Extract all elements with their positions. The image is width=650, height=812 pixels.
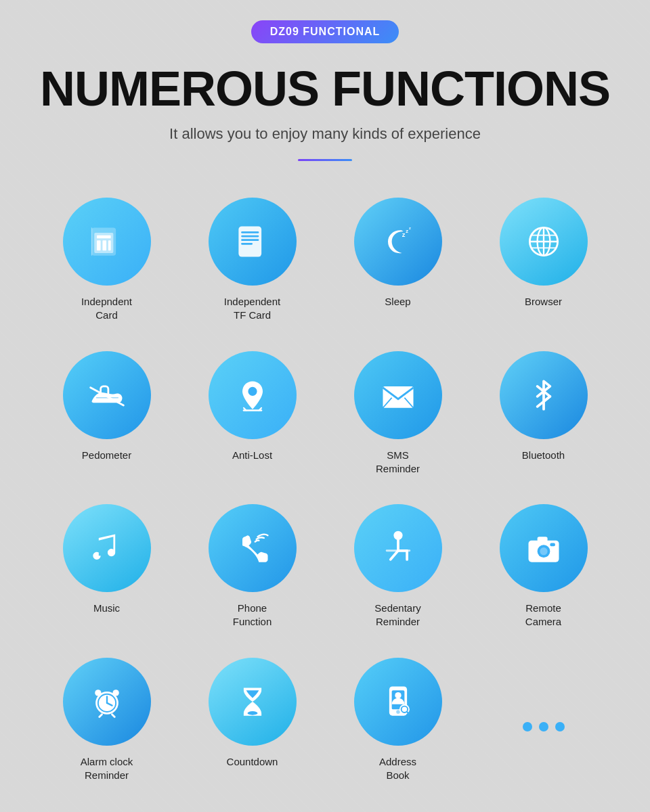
feature-music: Music (34, 492, 179, 646)
music-label: Music (93, 602, 120, 615)
svg-text:z: z (402, 231, 405, 238)
bluetooth-icon (500, 351, 588, 439)
svg-point-55 (396, 710, 400, 714)
feature-pedometer: Pedometer (34, 339, 179, 493)
anti-lost-label: Anti-Lost (232, 449, 272, 462)
feature-browser: Browser (471, 185, 616, 339)
svg-rect-9 (241, 235, 259, 238)
feature-alarm: Alarm clockReminder (34, 646, 179, 799)
anti-lost-icon (209, 351, 297, 439)
badge-text: DZ09 FUNCTIONAL (270, 26, 381, 37)
feature-tf-card: IndependentTF Card (179, 185, 325, 339)
sleep-icon: z z z (354, 198, 442, 286)
tf-card-icon (209, 198, 297, 286)
svg-rect-3 (97, 240, 101, 250)
music-svg (87, 528, 127, 568)
tf-card-svg (232, 221, 273, 262)
product-badge: DZ09 FUNCTIONAL (251, 20, 399, 43)
svg-point-23 (248, 387, 257, 396)
svg-point-40 (540, 547, 547, 555)
svg-rect-11 (241, 243, 253, 245)
countdown-icon (209, 658, 297, 746)
svg-point-54 (395, 692, 401, 698)
independent-card-label: IndepndentCard (81, 295, 132, 323)
pedometer-icon (63, 351, 151, 439)
camera-icon (500, 504, 588, 592)
svg-rect-4 (102, 240, 106, 250)
svg-point-47 (95, 690, 101, 696)
countdown-label: Countdown (227, 755, 278, 769)
feature-sleep: z z z Sleep (325, 185, 471, 339)
address-icon (354, 658, 442, 746)
phone-svg (232, 528, 273, 568)
bluetooth-svg (523, 375, 564, 415)
pedometer-svg (87, 375, 127, 415)
alarm-label: Alarm clockReminder (81, 755, 133, 783)
music-icon (63, 504, 151, 592)
more-dots (523, 722, 565, 731)
alarm-svg (87, 681, 127, 722)
sleep-svg: z z z (378, 221, 418, 262)
svg-line-50 (112, 714, 114, 717)
bluetooth-label: Bluetooth (522, 449, 565, 462)
sms-label: SMSReminder (376, 449, 420, 476)
sms-svg (378, 375, 418, 415)
svg-rect-2 (97, 235, 111, 239)
svg-rect-8 (241, 231, 259, 233)
feature-countdown: Countdown (179, 646, 325, 799)
svg-rect-41 (537, 537, 547, 542)
dot-1 (523, 722, 532, 731)
features-grid: IndepndentCard IndependentTF Card z z z (34, 185, 616, 798)
feature-anti-lost: Anti-Lost (179, 339, 325, 493)
svg-text:z: z (406, 228, 408, 234)
sedentary-svg (378, 528, 418, 568)
tf-card-label: IndependentTF Card (224, 295, 280, 323)
title-divider (298, 159, 352, 161)
anti-lost-svg (232, 375, 273, 415)
svg-rect-7 (238, 227, 261, 257)
svg-line-49 (99, 714, 102, 717)
camera-svg (523, 528, 564, 568)
sedentary-label: SedentaryReminder (374, 602, 420, 629)
countdown-svg (232, 681, 273, 722)
phone-icon (209, 504, 297, 592)
svg-rect-10 (241, 239, 259, 241)
svg-point-48 (112, 690, 118, 696)
browser-svg (523, 221, 564, 262)
svg-rect-5 (108, 240, 110, 250)
feature-address: AddressBook (325, 646, 471, 799)
browser-icon (500, 198, 588, 286)
svg-text:z: z (408, 226, 410, 230)
independent-card-icon (63, 198, 151, 286)
address-svg (378, 681, 418, 722)
sedentary-icon (354, 504, 442, 592)
svg-point-32 (393, 531, 402, 540)
more-features-cell (471, 646, 616, 799)
dot-3 (555, 722, 565, 731)
phone-label: PhoneFunction (233, 602, 272, 629)
camera-label: RemoteCamera (525, 602, 561, 629)
page-subtitle: It allows you to enjoy many kinds of exp… (169, 125, 481, 143)
alarm-icon (63, 658, 151, 746)
sleep-label: Sleep (385, 295, 410, 309)
page-title: NUMEROUS FUNCTIONS (40, 62, 610, 116)
browser-label: Browser (525, 295, 562, 309)
feature-bluetooth: Bluetooth (471, 339, 616, 493)
feature-camera: RemoteCamera (471, 492, 616, 646)
feature-phone: PhoneFunction (179, 492, 325, 646)
svg-point-51 (247, 711, 257, 715)
address-label: AddressBook (379, 755, 416, 783)
svg-line-36 (390, 551, 397, 560)
feature-sms: SMSReminder (325, 339, 471, 493)
svg-rect-42 (550, 543, 555, 547)
feature-independent-card: IndepndentCard (34, 185, 179, 339)
pedometer-label: Pedometer (82, 449, 131, 462)
sms-icon (354, 351, 442, 439)
sim-card-svg (87, 221, 127, 262)
svg-rect-27 (383, 386, 413, 408)
dot-2 (539, 722, 548, 731)
feature-sedentary: SedentaryReminder (325, 492, 471, 646)
